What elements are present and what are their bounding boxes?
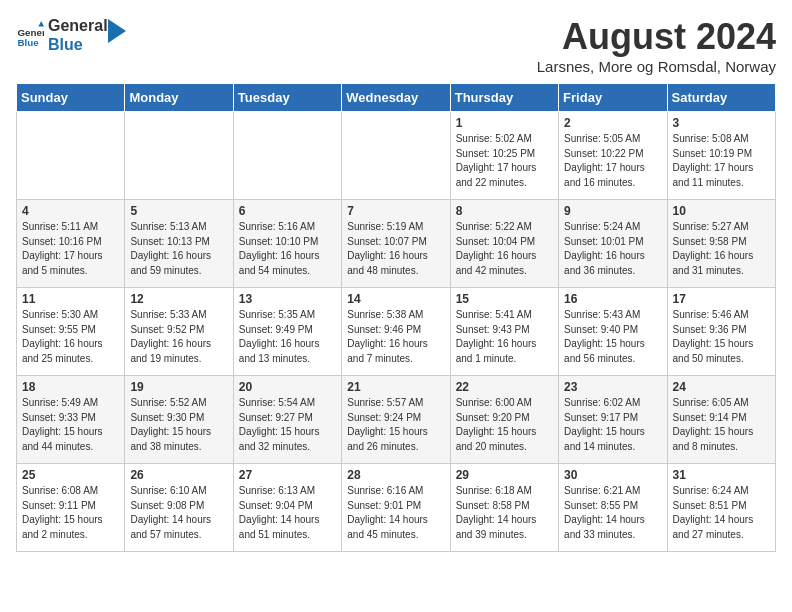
day-info-line: Sunset: 9:08 PM (130, 500, 204, 511)
day-info-line: Daylight: 14 hours (456, 514, 537, 525)
calendar-day-cell: 26Sunrise: 6:10 AMSunset: 9:08 PMDayligh… (125, 464, 233, 552)
day-info-line: Sunset: 9:52 PM (130, 324, 204, 335)
calendar-day-cell: 30Sunrise: 6:21 AMSunset: 8:55 PMDayligh… (559, 464, 667, 552)
day-number: 5 (130, 204, 227, 218)
day-info-line: Sunrise: 6:18 AM (456, 485, 532, 496)
logo-arrow-icon (108, 19, 126, 43)
calendar-day-cell: 18Sunrise: 5:49 AMSunset: 9:33 PMDayligh… (17, 376, 125, 464)
day-number: 20 (239, 380, 336, 394)
day-info-line: Sunrise: 5:16 AM (239, 221, 315, 232)
day-info-line: Sunset: 9:17 PM (564, 412, 638, 423)
day-info-line: and 57 minutes. (130, 529, 201, 540)
day-info-line: Sunset: 9:58 PM (673, 236, 747, 247)
day-info-line: Sunrise: 6:02 AM (564, 397, 640, 408)
day-info: Sunrise: 5:57 AMSunset: 9:24 PMDaylight:… (347, 396, 444, 454)
day-info-line: and 26 minutes. (347, 441, 418, 452)
calendar-day-cell: 10Sunrise: 5:27 AMSunset: 9:58 PMDayligh… (667, 200, 775, 288)
day-of-week-header: Friday (559, 84, 667, 112)
day-info-line: Sunset: 10:07 PM (347, 236, 427, 247)
day-info-line: and 56 minutes. (564, 353, 635, 364)
day-of-week-header: Monday (125, 84, 233, 112)
calendar-day-cell (17, 112, 125, 200)
day-info-line: and 36 minutes. (564, 265, 635, 276)
calendar-day-cell (233, 112, 341, 200)
day-number: 17 (673, 292, 770, 306)
day-info-line: and 27 minutes. (673, 529, 744, 540)
page-header: General Blue General Blue August 2024 La… (16, 16, 776, 75)
day-info-line: Sunrise: 5:52 AM (130, 397, 206, 408)
day-info-line: Sunrise: 6:13 AM (239, 485, 315, 496)
day-info: Sunrise: 5:19 AMSunset: 10:07 PMDaylight… (347, 220, 444, 278)
day-number: 6 (239, 204, 336, 218)
day-of-week-header: Saturday (667, 84, 775, 112)
day-info-line: Sunset: 9:14 PM (673, 412, 747, 423)
day-info-line: and 2 minutes. (22, 529, 88, 540)
calendar-day-cell: 27Sunrise: 6:13 AMSunset: 9:04 PMDayligh… (233, 464, 341, 552)
calendar-header-row: SundayMondayTuesdayWednesdayThursdayFrid… (17, 84, 776, 112)
day-info: Sunrise: 5:52 AMSunset: 9:30 PMDaylight:… (130, 396, 227, 454)
day-info-line: Sunrise: 5:57 AM (347, 397, 423, 408)
day-info-line: and 8 minutes. (673, 441, 739, 452)
day-info: Sunrise: 5:24 AMSunset: 10:01 PMDaylight… (564, 220, 661, 278)
day-info-line: Sunset: 9:43 PM (456, 324, 530, 335)
day-info-line: Daylight: 16 hours (239, 250, 320, 261)
day-info: Sunrise: 5:27 AMSunset: 9:58 PMDaylight:… (673, 220, 770, 278)
day-info-line: Daylight: 16 hours (564, 250, 645, 261)
day-info-line: Daylight: 16 hours (673, 250, 754, 261)
day-info-line: and 20 minutes. (456, 441, 527, 452)
day-info-line: Sunrise: 5:22 AM (456, 221, 532, 232)
calendar-table: SundayMondayTuesdayWednesdayThursdayFrid… (16, 83, 776, 552)
day-info-line: Sunrise: 5:54 AM (239, 397, 315, 408)
day-info: Sunrise: 5:05 AMSunset: 10:22 PMDaylight… (564, 132, 661, 190)
day-number: 14 (347, 292, 444, 306)
day-info-line: Daylight: 14 hours (673, 514, 754, 525)
day-info-line: Daylight: 15 hours (564, 338, 645, 349)
day-number: 26 (130, 468, 227, 482)
day-info: Sunrise: 6:10 AMSunset: 9:08 PMDaylight:… (130, 484, 227, 542)
day-info: Sunrise: 5:41 AMSunset: 9:43 PMDaylight:… (456, 308, 553, 366)
calendar-day-cell: 9Sunrise: 5:24 AMSunset: 10:01 PMDayligh… (559, 200, 667, 288)
day-info-line: Sunset: 9:20 PM (456, 412, 530, 423)
day-number: 7 (347, 204, 444, 218)
day-info: Sunrise: 5:02 AMSunset: 10:25 PMDaylight… (456, 132, 553, 190)
day-number: 4 (22, 204, 119, 218)
day-info: Sunrise: 6:08 AMSunset: 9:11 PMDaylight:… (22, 484, 119, 542)
calendar-day-cell: 12Sunrise: 5:33 AMSunset: 9:52 PMDayligh… (125, 288, 233, 376)
day-info-line: and 7 minutes. (347, 353, 413, 364)
day-info: Sunrise: 5:54 AMSunset: 9:27 PMDaylight:… (239, 396, 336, 454)
title-area: August 2024 Larsnes, More og Romsdal, No… (537, 16, 776, 75)
day-info-line: Daylight: 15 hours (456, 426, 537, 437)
day-number: 15 (456, 292, 553, 306)
day-info-line: Daylight: 17 hours (673, 162, 754, 173)
day-info-line: Daylight: 15 hours (564, 426, 645, 437)
day-info: Sunrise: 6:13 AMSunset: 9:04 PMDaylight:… (239, 484, 336, 542)
day-number: 11 (22, 292, 119, 306)
day-info-line: Sunset: 10:13 PM (130, 236, 210, 247)
day-number: 1 (456, 116, 553, 130)
calendar-week-row: 18Sunrise: 5:49 AMSunset: 9:33 PMDayligh… (17, 376, 776, 464)
logo: General Blue General Blue (16, 16, 126, 54)
day-info-line: Sunrise: 5:46 AM (673, 309, 749, 320)
day-info-line: Sunset: 9:49 PM (239, 324, 313, 335)
day-info-line: Sunset: 9:33 PM (22, 412, 96, 423)
calendar-week-row: 4Sunrise: 5:11 AMSunset: 10:16 PMDayligh… (17, 200, 776, 288)
calendar-day-cell: 3Sunrise: 5:08 AMSunset: 10:19 PMDayligh… (667, 112, 775, 200)
day-info-line: and 38 minutes. (130, 441, 201, 452)
calendar-day-cell: 20Sunrise: 5:54 AMSunset: 9:27 PMDayligh… (233, 376, 341, 464)
day-info-line: Sunset: 10:25 PM (456, 148, 536, 159)
day-info: Sunrise: 5:38 AMSunset: 9:46 PMDaylight:… (347, 308, 444, 366)
day-info-line: and 32 minutes. (239, 441, 310, 452)
day-info-line: Sunrise: 5:27 AM (673, 221, 749, 232)
day-info-line: and 19 minutes. (130, 353, 201, 364)
calendar-day-cell: 15Sunrise: 5:41 AMSunset: 9:43 PMDayligh… (450, 288, 558, 376)
day-info-line: Sunset: 9:55 PM (22, 324, 96, 335)
day-info: Sunrise: 5:43 AMSunset: 9:40 PMDaylight:… (564, 308, 661, 366)
day-info-line: Sunrise: 5:19 AM (347, 221, 423, 232)
calendar-day-cell (125, 112, 233, 200)
day-info-line: Daylight: 17 hours (22, 250, 103, 261)
day-info: Sunrise: 6:24 AMSunset: 8:51 PMDaylight:… (673, 484, 770, 542)
location-subtitle: Larsnes, More og Romsdal, Norway (537, 58, 776, 75)
day-info-line: Sunset: 8:58 PM (456, 500, 530, 511)
day-info-line: and 42 minutes. (456, 265, 527, 276)
logo-blue-text: Blue (48, 35, 108, 54)
